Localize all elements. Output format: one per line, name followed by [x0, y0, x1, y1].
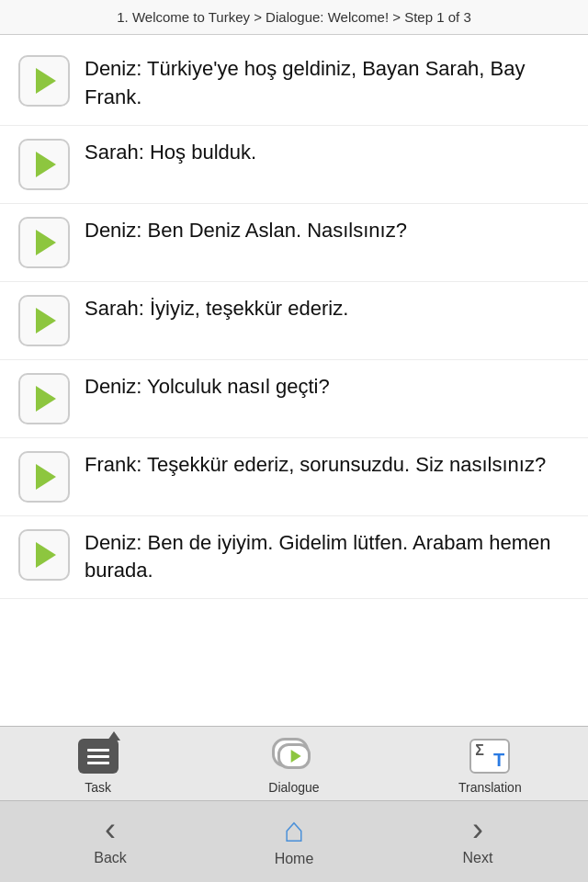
translation-icon-area: Σ T	[466, 734, 514, 778]
dialogue-icon-area	[270, 734, 318, 778]
next-label: Next	[463, 850, 493, 866]
bubble-inner-icon	[277, 743, 311, 769]
tab-task[interactable]: Task	[62, 734, 135, 795]
play-triangle-icon	[36, 386, 56, 412]
play-button-3[interactable]	[18, 217, 70, 268]
task-triangle-up-icon	[107, 731, 120, 741]
play-button-1[interactable]	[18, 55, 70, 107]
task-tab-label: Task	[85, 780, 111, 795]
dialogue-row: Deniz: Türkiye'ye hoş geldiniz, Bayan Sa…	[0, 42, 588, 126]
tab-translation[interactable]: Σ T Translation	[453, 734, 526, 795]
dialogue-row: Deniz: Ben de iyiyim. Gidelim lütfen. Ar…	[0, 516, 588, 600]
dialogue-area: Deniz: Türkiye'ye hoş geldiniz, Bayan Sa…	[0, 35, 588, 726]
dialogue-row: Frank: Teşekkür ederiz, sorunsuzdu. Siz …	[0, 438, 588, 516]
play-btn-wrapper	[15, 217, 74, 268]
task-line-2	[87, 755, 109, 758]
play-btn-wrapper	[15, 55, 74, 107]
dialogue-text: Sarah: İyiyiz, teşekkür ederiz.	[85, 295, 573, 323]
dialogue-icon	[272, 738, 316, 775]
sigma-icon: Σ	[475, 742, 484, 759]
dialogue-text: Frank: Teşekkür ederiz, sorunsuzdu. Siz …	[85, 451, 573, 480]
tab-bar: Task Dialogue Σ T Translation	[0, 726, 588, 800]
back-label: Back	[94, 850, 127, 866]
dialogue-row: Sarah: Hoş bulduk.	[0, 126, 588, 204]
play-triangle-icon	[36, 68, 56, 94]
home-button[interactable]: ⌂ Home	[253, 812, 335, 867]
nav-bar: ‹ Back ⌂ Home › Next	[0, 800, 588, 882]
dialogue-row: Deniz: Ben Deniz Aslan. Nasılsınız?	[0, 204, 588, 282]
play-inner-icon	[291, 750, 301, 763]
play-triangle-icon	[36, 152, 56, 177]
play-button-7[interactable]	[18, 529, 70, 581]
tab-dialogue[interactable]: Dialogue	[257, 734, 331, 795]
next-button[interactable]: › Next	[436, 813, 519, 866]
back-button[interactable]: ‹ Back	[69, 813, 152, 866]
play-btn-wrapper	[15, 451, 74, 503]
task-line-3	[87, 762, 109, 764]
play-btn-wrapper	[15, 295, 74, 346]
dialogue-text: Deniz: Yolculuk nasıl geçti?	[85, 373, 573, 401]
play-btn-wrapper	[15, 139, 74, 190]
play-triangle-icon	[36, 542, 56, 568]
play-button-5[interactable]	[18, 373, 70, 424]
home-label: Home	[275, 851, 314, 867]
dialogue-tab-label: Dialogue	[268, 780, 319, 795]
breadcrumb-bar: 1. Welcome to Turkey > Dialogue: Welcome…	[0, 0, 588, 35]
task-line-1	[87, 749, 109, 752]
translation-icon: Σ T	[469, 739, 510, 774]
dialogue-text: Sarah: Hoş bulduk.	[85, 139, 573, 167]
dialogue-text: Deniz: Ben de iyiyim. Gidelim lütfen. Ar…	[85, 529, 573, 586]
play-triangle-icon	[36, 308, 56, 334]
home-icon: ⌂	[284, 812, 305, 847]
play-button-4[interactable]	[18, 295, 70, 346]
breadcrumb-text: 1. Welcome to Turkey > Dialogue: Welcome…	[117, 9, 470, 25]
back-arrow-icon: ‹	[105, 813, 116, 846]
dialogue-row: Sarah: İyiyiz, teşekkür ederiz.	[0, 282, 588, 360]
play-button-2[interactable]	[18, 139, 70, 190]
play-button-6[interactable]	[18, 451, 70, 503]
t-icon: T	[493, 750, 504, 771]
next-arrow-icon: ›	[472, 813, 483, 846]
dialogue-text: Deniz: Türkiye'ye hoş geldiniz, Bayan Sa…	[85, 55, 573, 112]
play-btn-wrapper	[15, 529, 74, 581]
task-icon	[78, 739, 119, 774]
play-btn-wrapper	[15, 373, 74, 424]
dialogue-row: Deniz: Yolculuk nasıl geçti?	[0, 360, 588, 438]
play-triangle-icon	[36, 464, 56, 490]
play-triangle-icon	[36, 230, 56, 255]
translation-tab-label: Translation	[458, 780, 522, 795]
task-icon-area	[74, 734, 122, 778]
task-lines-icon	[87, 749, 109, 764]
dialogue-text: Deniz: Ben Deniz Aslan. Nasılsınız?	[85, 217, 573, 245]
